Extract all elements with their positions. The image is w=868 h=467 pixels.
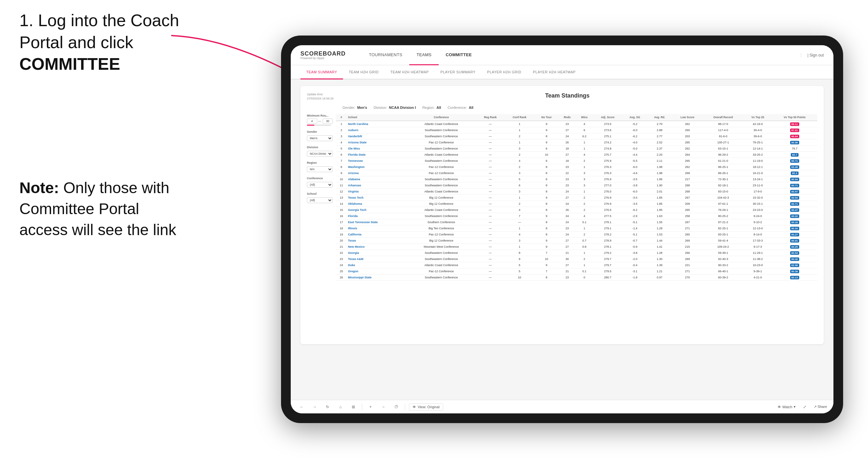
cell-school: Georgia [347,250,406,256]
cell-adj-score: 275.1 [593,133,623,139]
sub-nav-player-h2h-grid[interactable]: PLAYER H2H GRID [481,65,527,80]
max-val[interactable]: 30 [323,119,333,124]
toolbar-btn-forward[interactable]: → [310,402,319,411]
sub-nav-team-h2h-grid[interactable]: TEAM H2H GRID [343,65,385,80]
toolbar-btn-expand[interactable]: ⤢ [800,402,809,411]
nav-committee[interactable]: COMMITTEE [439,45,479,65]
toolbar-btn-minus[interactable]: − [379,402,388,411]
cell-avg-sg: -0.7 [623,238,647,244]
table-row: 10 Alabama Southeastern Conference — 5 6… [336,176,817,183]
cell-avg-sg: -6.2 [623,133,647,139]
cell-vs-top50: 80.71 [772,183,817,189]
col-vs-top50: Vs Top 50 Points [772,114,817,121]
col-school: School [347,114,406,121]
table-row: 2 Auburn Southeastern Conference — 1 9 2… [336,127,817,133]
col-no-tour: No Tour [535,114,559,121]
cell-vs-top25: 12-14-1 [744,146,772,152]
tablet-frame: SCOREBOARD Powered by clippd TOURNAMENTS… [281,35,843,423]
cell-low-score: 260 [672,231,703,238]
toolbar-btn-plus[interactable]: + [366,402,375,411]
cell-rnds: 23 [559,176,576,183]
cell-rnds: 24 [559,189,576,195]
cell-vs-top50: 80.71 [772,158,817,164]
sub-nav-player-summary[interactable]: PLAYER SUMMARY [434,65,481,80]
nav-teams[interactable]: TEAMS [409,45,438,65]
cell-no-tour: 6 [535,176,559,183]
table-row: 12 Virginia Atlantic Coast Conference — … [336,189,817,195]
sub-nav-team-summary[interactable]: TEAM SUMMARY [301,65,343,80]
cell-avg-sg: -5.0 [623,146,647,152]
cell-overall: 97-61-1 [703,201,744,207]
region-filter-select[interactable]: N/A [307,166,333,172]
cell-vs-top25: 16-21-0 [744,170,772,176]
cell-avg-rd: 2.88 [647,127,672,133]
cell-vs-top50: 80.27 [772,231,817,238]
toolbar-watch[interactable]: 👁 Watch ▾ [778,405,796,409]
cell-adj-score: 273.5 [593,121,623,127]
cell-avg-rd: 1.28 [647,225,672,231]
cell-overall: 100-27-1 [703,139,744,146]
cell-overall: 104-42-3 [703,195,744,201]
cell-low-score: 269 [672,238,703,244]
cell-no-tour: 8 [535,170,559,176]
cell-vs-top50: 80.47 [772,207,817,213]
cell-vs-top25: 9-39-1 [744,269,772,275]
cell-rank: 13 [336,195,347,201]
cell-avg-rd: 1.41 [647,244,672,250]
region-value: All [436,105,441,110]
logo-sub: Powered by clippd [301,57,346,60]
cell-rank: 22 [336,250,347,256]
toolbar-btn-grid[interactable]: ⊞ [349,402,358,411]
col-vs-top25: Vs Top 25 [744,114,772,121]
min-val[interactable]: 4 [307,119,317,124]
note-text: Note: Only those with Committee Portal a… [20,178,187,240]
cell-overall: 59-41-4 [703,238,744,244]
sub-nav-player-h2h-heatmap[interactable]: PLAYER H2H HEATMAP [527,65,582,80]
division-filter-select[interactable]: NCAA Division I [307,151,333,157]
gender-filter-select[interactable]: Men's [307,135,333,141]
cell-rnds: 24 [559,213,576,219]
toolbar-btn-reload[interactable]: ↻ [323,402,332,411]
cell-no-tour: 9 [535,262,559,269]
conference-filter-select[interactable]: (All) [307,182,333,188]
toolbar-btn-back[interactable]: ← [297,402,306,411]
cell-reg-rank: — [476,231,504,238]
cell-conference: Atlantic Coast Conference [406,207,476,213]
toolbar-btn-clock[interactable]: ⏱ [392,402,401,411]
school-filter-select[interactable]: (All) [307,197,333,203]
slider-bar[interactable] [307,125,331,126]
cell-vs-top25: 4-21-0 [744,275,772,281]
cell-reg-rank: — [476,262,504,269]
cell-conference: Big 12 Conference [406,238,476,244]
cell-low-score: 262 [672,146,703,152]
cell-low-score: 268 [672,189,703,195]
cell-overall: 92-40-3 [703,256,744,262]
nav-tournaments[interactable]: TOURNAMENTS [362,45,409,65]
sign-out-label[interactable]: Sign out [809,53,824,58]
nav-sign-out[interactable]: | Sign out [801,53,824,58]
cell-conference: Big 12 Conference [406,195,476,201]
cell-rnds: 24 [559,219,576,225]
cell-overall: 60-39-2 [703,275,744,281]
cell-avg-rd: 2.20 [647,152,672,158]
division-filter-label: Division [307,146,333,149]
toolbar-btn-home[interactable]: ⌂ [336,402,345,411]
cell-rnds: 27 [559,262,576,269]
cell-wins: 2 [576,158,593,164]
cell-rnds: 27 [559,127,576,133]
cell-wins: 1 [576,262,593,269]
cell-vs-top25: 30-4-0 [744,127,772,133]
cell-low-score: 268 [672,183,703,189]
toolbar-view-btn[interactable]: 👁 View: Original [409,403,443,410]
cell-school: Florida [347,213,406,219]
cell-reg-rank: — [476,201,504,207]
table-row: 6 Florida State Atlantic Coast Conferenc… [336,152,817,158]
cell-conference: Atlantic Coast Conference [406,262,476,269]
cell-no-tour: 7 [535,250,559,256]
toolbar-share[interactable]: ↗ Share [814,405,827,409]
cell-low-score: 209 [672,201,703,207]
cell-vs-top50: 80.71 [772,201,817,207]
cell-overall: 88-17-0 [703,121,744,127]
cell-reg-rank: — [476,195,504,201]
sub-nav-team-h2h-heatmap[interactable]: TEAM H2H HEATMAP [384,65,434,80]
